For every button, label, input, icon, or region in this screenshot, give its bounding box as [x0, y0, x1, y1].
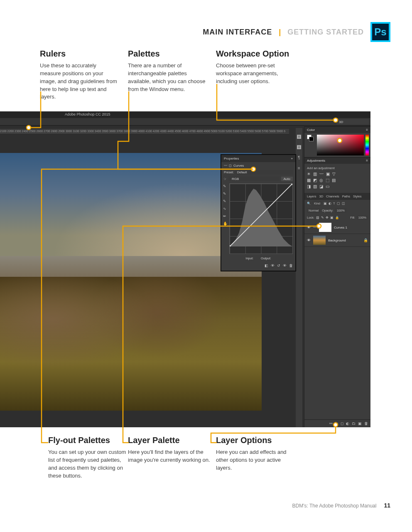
color-picker-field[interactable]	[317, 135, 364, 155]
fg-bg-swatch[interactable]	[307, 135, 314, 141]
hand-icon[interactable]: ✋	[223, 222, 228, 226]
filter-kind-select[interactable]: Kind	[312, 201, 322, 206]
callout-body: Here you can add effects and other optio…	[216, 448, 295, 472]
header-subtitle: GETTING STARTED	[287, 28, 364, 37]
app-title: Adobe Photoshop CC 2015	[65, 112, 110, 116]
levels-icon[interactable]: ▥	[313, 172, 317, 176]
gradient-map-icon[interactable]: ▭	[326, 184, 329, 189]
properties-panel[interactable]: Properties » 〰 ◻ Curves Preset: Default …	[221, 155, 296, 271]
panel-menu-icon[interactable]: ≡	[366, 159, 368, 163]
panel-collapse-icon[interactable]: »	[291, 157, 293, 160]
curves-graph[interactable]	[229, 183, 293, 254]
lookup-icon[interactable]: ▤	[332, 178, 336, 182]
layer-fx-icon[interactable]: fx	[335, 421, 338, 426]
curves-icon[interactable]: 〰	[319, 172, 324, 176]
page-number: 11	[384, 502, 390, 509]
group-icon[interactable]: 🗀	[352, 421, 356, 426]
filter-shape-icon[interactable]: ▢	[337, 202, 340, 205]
flyout-icon[interactable]: ≡	[298, 166, 300, 170]
lock-all-icon[interactable]: 🔒	[335, 216, 339, 219]
mask-icon[interactable]: ◻	[229, 164, 232, 167]
visibility-toggle-icon[interactable]: 👁	[307, 238, 311, 242]
vibrance-icon[interactable]: ▽	[332, 172, 336, 176]
filter-image-icon[interactable]: ▣	[324, 202, 327, 205]
previous-state-icon[interactable]: 👁	[271, 264, 275, 268]
layer-row[interactable]: 👁 〰 Curves 1	[304, 221, 370, 234]
filter-adjustment-icon[interactable]: ◐	[329, 202, 331, 205]
flyout-icon[interactable]: ¶	[298, 155, 300, 160]
preset-select[interactable]: Default	[235, 170, 293, 175]
eyedropper-black-icon[interactable]: ✎	[223, 184, 228, 188]
opacity-value[interactable]: 100%	[335, 208, 346, 213]
channel-mixer-icon[interactable]: ⬚	[326, 178, 329, 182]
photo-filter-icon[interactable]: ◎	[319, 178, 323, 182]
tab-styles[interactable]: Styles	[353, 195, 361, 198]
lock-transparency-icon[interactable]: ▨	[316, 216, 319, 219]
brightness-icon[interactable]: ☀	[307, 172, 311, 176]
new-layer-icon[interactable]: ▣	[358, 421, 362, 426]
reset-icon[interactable]: ↺	[277, 264, 280, 268]
channel-select[interactable]: RGB	[228, 177, 280, 181]
background-swatch[interactable]	[309, 137, 314, 141]
workspace-selector[interactable]: 3D	[336, 119, 369, 125]
eyedropper-white-icon[interactable]: ✎	[223, 199, 228, 203]
app-screenshot: Adobe Photoshop CC 2015 3D 2100 2200 230…	[0, 111, 370, 427]
hue-slider[interactable]	[365, 135, 369, 155]
tab-channels[interactable]: Channels	[326, 195, 339, 198]
layer-thumbnail[interactable]	[313, 236, 326, 245]
properties-footer: ◧ 👁 ↺ 👁 🗑	[221, 262, 295, 269]
posterize-icon[interactable]: ▧	[313, 184, 317, 189]
layers-panel-body: 🔍 Kind ▣ ◐ T ▢ ◫ Normal Opacity: 100% Lo…	[304, 200, 370, 419]
tab-paths[interactable]: Paths	[342, 195, 350, 198]
tab-layers[interactable]: Layers	[307, 195, 316, 198]
blend-mode-select[interactable]: Normal	[307, 208, 320, 213]
layers-panel-footer: ⚯ fx ◻ ◐ 🗀 ▣ 🗑	[304, 419, 370, 427]
link-layers-icon[interactable]: ⚯	[329, 421, 333, 426]
callout-title: Palettes	[128, 49, 207, 59]
lock-artboard-icon[interactable]: ▣	[330, 216, 334, 219]
callout-palettes: Palettes There are a number of interchan…	[128, 49, 207, 93]
clip-icon[interactable]: ◧	[265, 264, 268, 268]
color-panel-body	[304, 133, 370, 157]
flyout-icon[interactable]: 🅷	[297, 135, 301, 139]
page-header: MAIN INTERFACE | GETTING STARTED Ps	[203, 22, 390, 42]
threshold-icon[interactable]: ◪	[319, 184, 323, 189]
filter-kind-icon[interactable]: 🔍	[307, 202, 311, 205]
draw-curve-icon[interactable]: ✏	[223, 214, 228, 218]
adjustments-panel-tab[interactable]: Adjustments ≡	[304, 157, 370, 164]
delete-layer-icon[interactable]: 🗑	[364, 421, 368, 426]
invert-icon[interactable]: ◨	[307, 184, 311, 189]
flyout-icon[interactable]: 🅰	[297, 145, 301, 150]
adjustment-layer-icon: 〰	[313, 226, 316, 229]
layer-name[interactable]: Background	[328, 239, 346, 242]
layer-mask-icon[interactable]: ◻	[341, 421, 343, 426]
adjustment-layer-icon[interactable]: ◐	[346, 421, 349, 426]
tab-3d[interactable]: 3D	[319, 195, 324, 198]
layer-name[interactable]: Curves 1	[334, 226, 347, 229]
fill-label: Fill:	[350, 216, 355, 219]
callout-flyout: Fly-out Palettes You can set up your own…	[48, 436, 127, 480]
footer-book-title: BDM's: The Adobe Photoshop Manual	[292, 503, 377, 509]
eyedropper-gray-icon[interactable]: ✎	[223, 192, 228, 196]
auto-button[interactable]: Auto	[281, 177, 293, 181]
photoshop-badge-label: Ps	[372, 24, 389, 40]
exposure-icon[interactable]: ▣	[326, 172, 330, 176]
layer-mask-thumbnail[interactable]	[319, 223, 331, 232]
visibility-toggle-icon[interactable]: 👁	[307, 225, 311, 229]
filter-smart-icon[interactable]: ◫	[342, 202, 345, 205]
toggle-visibility-icon[interactable]: 👁	[283, 264, 287, 268]
lock-position-icon[interactable]: ✥	[326, 216, 329, 219]
target-adjustment-icon[interactable]: ☞	[224, 177, 227, 181]
color-panel-tab[interactable]: Color ≡	[304, 126, 370, 133]
panel-menu-icon[interactable]: ≡	[366, 128, 368, 132]
filter-type-icon[interactable]: T	[333, 202, 335, 205]
edit-points-icon[interactable]: ∿	[223, 207, 228, 211]
bw-icon[interactable]: ◩	[313, 178, 317, 182]
lock-pixels-icon[interactable]: ✎	[321, 216, 324, 219]
layer-row[interactable]: 👁 Background 🔒	[304, 234, 370, 247]
fill-value[interactable]: 100%	[357, 215, 368, 220]
adjustments-panel-body: Add an adjustment ☀ ▥ 〰 ▣ ▽ ▦ ◩ ◎ ⬚ ▤ ◨ …	[304, 164, 370, 193]
hue-icon[interactable]: ▦	[307, 178, 311, 182]
horizontal-ruler[interactable]: 2100 2200 2300 2400 2500 2600 2700 2800 …	[0, 129, 289, 135]
delete-adjustment-icon[interactable]: 🗑	[289, 264, 293, 268]
